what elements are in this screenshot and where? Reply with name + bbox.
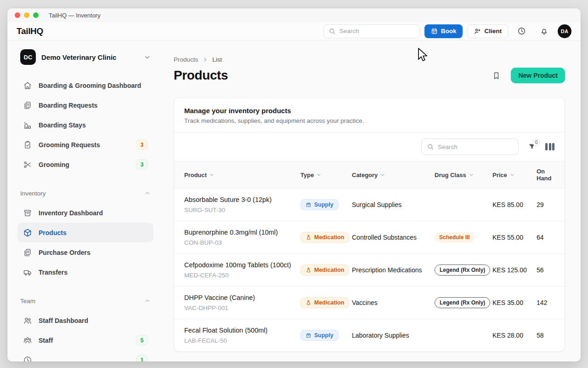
on-hand-text: 142 (537, 299, 547, 306)
sidebar-item-label: Staff (39, 337, 53, 344)
flask-icon (305, 300, 311, 306)
zoom-window-button[interactable] (33, 12, 39, 18)
page-title: Products (174, 68, 228, 83)
on-hand-text: 64 (537, 234, 544, 241)
table-row[interactable]: Cefpodoxime 100mg Tablets (100ct)MED-CEF… (174, 254, 565, 287)
sidebar-item-label: Purchase Orders (39, 249, 90, 256)
macos-titlebar: TailHQ — Inventory (7, 8, 581, 22)
home-icon (23, 81, 32, 90)
global-search-input[interactable] (339, 28, 408, 34)
sidebar-item-grooming-requests[interactable]: Grooming Requests 3 (17, 135, 153, 155)
close-window-button[interactable] (15, 12, 20, 18)
table-row[interactable]: Buprenorphine 0.3mg/ml (10ml)CON-BUP-03 … (174, 221, 565, 254)
product-sku: CON-BUP-03 (184, 239, 293, 246)
chevron-down-icon (380, 172, 385, 178)
user-avatar[interactable]: DA (558, 24, 571, 38)
workspace-name: Demo Veterinary Clinic (41, 53, 116, 61)
sidebar-item-partial[interactable]: 1 (17, 350, 153, 362)
on-hand-text: 58 (537, 332, 544, 339)
sidebar-item-staff[interactable]: Staff 5 (17, 330, 153, 350)
column-header-drug-class[interactable]: Drug Class (435, 172, 485, 178)
sidebar-section-inventory[interactable]: Inventory (17, 186, 153, 200)
client-button-label: Client (484, 28, 502, 34)
category-text: Laboratory Supplies (352, 332, 409, 339)
sidebar-item-grooming[interactable]: Grooming 3 (17, 155, 153, 174)
category-text: Vaccines (352, 299, 378, 306)
sidebar-item-inventory-dashboard[interactable]: Inventory Dashboard (17, 203, 153, 223)
client-button[interactable]: Client (467, 24, 508, 38)
column-header-category[interactable]: Category (352, 172, 427, 178)
table-row[interactable]: DHPP Vaccine (Canine)VAC-DHPP-001 Medica… (174, 287, 565, 319)
filter-button[interactable]: 0 (528, 143, 536, 151)
workspace-switcher[interactable]: DC Demo Veterinary Clinic (17, 48, 153, 66)
workspace-avatar: DC (20, 49, 36, 65)
sidebar: DC Demo Veterinary Clinic Boarding & Gro… (7, 40, 164, 362)
bookmark-button[interactable] (491, 70, 502, 81)
table-row[interactable]: Fecal Float Solution (500ml)LAB-FECAL-50… (174, 319, 565, 352)
notifications-bell-button[interactable] (535, 25, 553, 37)
sidebar-item-staff-dashboard[interactable]: Staff Dashboard (17, 310, 153, 330)
chevron-down-icon (469, 172, 474, 178)
search-icon (328, 28, 336, 35)
filter-count-badge: 0 (532, 138, 540, 146)
window-title: TailHQ — Inventory (49, 12, 101, 19)
count-badge: 3 (136, 139, 148, 150)
window-controls (15, 12, 39, 18)
chevron-down-icon (209, 172, 215, 178)
column-header-price[interactable]: Price (492, 172, 529, 178)
sidebar-item-label: Boarding Requests (39, 102, 97, 109)
count-badge: 5 (136, 335, 148, 345)
book-button[interactable]: Book (424, 24, 463, 38)
sidebar-item-boarding-stays[interactable]: Boarding Stays (17, 115, 153, 135)
table-search[interactable] (421, 138, 519, 155)
type-badge-supply: Supply (300, 330, 339, 341)
count-badge: 3 (136, 159, 148, 170)
sidebar-item-transfers[interactable]: Transfers (17, 262, 153, 282)
product-sku: MED-CEFA-250 (184, 272, 293, 279)
flask-icon (305, 267, 311, 273)
count-badge: 1 (136, 355, 148, 362)
sidebar-item-label: Grooming (39, 161, 69, 168)
product-sku: VAC-DHPP-001 (184, 305, 293, 311)
history-clock-button[interactable] (513, 25, 531, 37)
breadcrumb-products[interactable]: Products (174, 56, 198, 63)
sidebar-item-boarding-grooming-dashboard[interactable]: Boarding & Grooming Dashboard (17, 75, 153, 95)
users-icon (23, 316, 32, 325)
drug-class-badge: Legend (Rx Only) (435, 297, 490, 308)
chevron-up-icon (144, 298, 151, 304)
sidebar-item-boarding-requests[interactable]: Boarding Requests (17, 95, 153, 115)
sidebar-section-team[interactable]: Team (17, 294, 153, 308)
columns-toggle-button[interactable] (545, 143, 554, 150)
app-header: TailHQ Book Client (7, 22, 581, 40)
global-search[interactable] (323, 24, 420, 38)
sidebar-item-purchase-orders[interactable]: Purchase Orders (17, 242, 153, 262)
brand-logo[interactable]: TailHQ (17, 26, 43, 36)
flask-icon (305, 235, 311, 241)
truck-icon (23, 268, 32, 277)
category-text: Controlled Substances (352, 234, 417, 241)
card-subtitle: Track medications, supplies, and equipme… (184, 117, 554, 124)
sidebar-item-products[interactable]: Products (17, 223, 153, 242)
kennel-icon (23, 121, 32, 130)
section-label: Inventory (20, 190, 46, 197)
table-row[interactable]: Absorbable Suture 3-0 (12pk)SURG-SUT-30 … (174, 189, 565, 221)
products-table: Product Type Category Drug Class Price O… (174, 161, 565, 351)
users-group-icon (23, 336, 32, 345)
type-badge-medication: Medication (300, 264, 349, 276)
sidebar-item-label: Boarding Stays (39, 121, 86, 129)
product-name: Cefpodoxime 100mg Tablets (100ct) (184, 261, 293, 269)
sidebar-item-label: Boarding & Grooming Dashboard (39, 82, 141, 89)
calendar-icon (431, 28, 438, 34)
book-button-label: Book (441, 28, 457, 34)
table-search-input[interactable] (438, 144, 507, 150)
minimize-window-button[interactable] (24, 12, 29, 18)
column-header-type[interactable]: Type (300, 172, 345, 178)
chevron-up-icon (144, 190, 151, 196)
column-header-product[interactable]: Product (184, 172, 293, 178)
on-hand-text: 29 (537, 201, 544, 208)
new-product-button[interactable]: New Product (511, 68, 565, 83)
chevron-down-icon (144, 54, 151, 61)
sidebar-item-label: Inventory Dashboard (39, 209, 103, 217)
column-header-on-hand[interactable]: On Hand (537, 168, 561, 182)
price-text: KES 85.00 (492, 201, 523, 208)
